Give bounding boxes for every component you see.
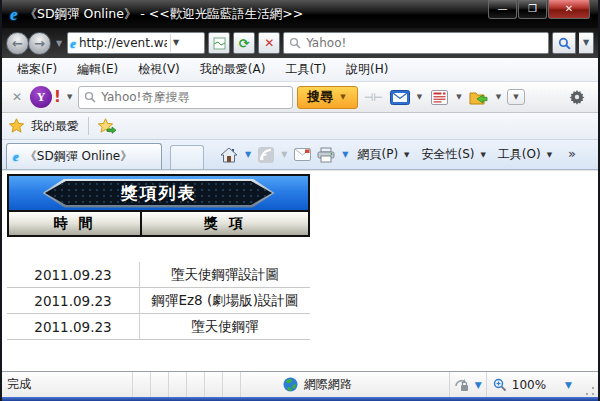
print-dropdown-icon[interactable]: ▼ bbox=[339, 150, 351, 159]
security-zone: 網際網路 bbox=[240, 372, 449, 397]
new-tab-button[interactable] bbox=[170, 145, 204, 169]
search-button-dropdown-icon[interactable]: ▼ bbox=[338, 93, 347, 101]
page-menu-label: 網頁(P) bbox=[357, 146, 398, 163]
yahoo-search-input[interactable] bbox=[101, 90, 287, 104]
read-mail-button[interactable] bbox=[292, 148, 313, 161]
window-controls: — ❐ ✕ bbox=[487, 0, 590, 19]
command-bar: ▼ ▼ ▼ 網頁(P) ▼ 安全性(S) ▼ 工具(O) ▼ bbox=[218, 140, 580, 169]
menu-help[interactable]: 說明(H) bbox=[337, 58, 397, 81]
print-button[interactable] bbox=[315, 147, 337, 163]
bookmarks-button[interactable] bbox=[468, 88, 490, 106]
menu-view[interactable]: 檢視(V) bbox=[129, 58, 189, 81]
menu-file[interactable]: 檔案(F) bbox=[8, 58, 66, 81]
menu-edit[interactable]: 編輯(E) bbox=[68, 58, 127, 81]
home-icon bbox=[220, 147, 238, 163]
address-input[interactable] bbox=[79, 36, 167, 50]
close-button[interactable]: ✕ bbox=[548, 0, 590, 19]
tools-menu-dropdown-icon: ▼ bbox=[545, 151, 554, 159]
address-bar[interactable]: e ▼ bbox=[67, 32, 205, 54]
toolbar-settings-button[interactable] bbox=[566, 88, 588, 106]
compatibility-view-button[interactable] bbox=[208, 32, 230, 54]
award-table-body: 2011.09.23 墮天使鋼彈設計圖 2011.09.23 鋼彈Ez8 (劇場… bbox=[7, 262, 310, 340]
menu-favorites[interactable]: 我的最愛(A) bbox=[191, 58, 275, 81]
home-dropdown-icon[interactable]: ▼ bbox=[242, 150, 254, 159]
yahoo-search-box[interactable] bbox=[78, 86, 293, 109]
feeds-dropdown-icon[interactable]: ▼ bbox=[278, 150, 290, 159]
gear-icon bbox=[569, 89, 585, 105]
news-dropdown-icon[interactable]: ▼ bbox=[454, 93, 463, 101]
navigation-bar: ← → ▼ e ▼ ⟳ ✕ ▼ bbox=[2, 28, 598, 58]
zoom-in-icon bbox=[493, 378, 507, 392]
tab-bar: e 《SD鋼彈 Online》 ▼ ▼ ▼ 網頁(P) ▼ bbox=[2, 140, 598, 170]
search-go-button[interactable] bbox=[552, 32, 576, 54]
news-icon bbox=[431, 90, 448, 105]
forward-button[interactable]: → bbox=[28, 32, 51, 55]
table-header-award: 獎 項 bbox=[142, 212, 308, 235]
mail-icon bbox=[390, 90, 410, 105]
folder-share-icon bbox=[469, 90, 488, 105]
news-button[interactable] bbox=[428, 88, 450, 106]
page-favicon-icon: e bbox=[70, 37, 76, 50]
protected-mode-dropdown-icon[interactable]: ▼ bbox=[475, 380, 482, 390]
tools-menu-button[interactable]: 工具(O) ▼ bbox=[494, 146, 558, 163]
refresh-button[interactable]: ⟳ bbox=[233, 32, 255, 54]
protected-mode-icon bbox=[454, 378, 469, 392]
maximize-button[interactable]: ❐ bbox=[518, 0, 547, 19]
window-bottom-border bbox=[2, 397, 598, 401]
mail-button[interactable] bbox=[389, 88, 411, 106]
browser-window: e 《SD鋼彈 Online》 - <<歡迎光臨藍語生活網>> — ❐ ✕ ← … bbox=[0, 0, 600, 401]
tab-sd-gundam[interactable]: e 《SD鋼彈 Online》 bbox=[6, 143, 162, 169]
status-segment bbox=[132, 372, 150, 397]
home-button[interactable] bbox=[218, 147, 240, 163]
banner-title: 獎項列表 bbox=[121, 182, 197, 205]
cell-time: 2011.09.23 bbox=[7, 314, 140, 339]
award-list-panel: 獎項列表 時 間 獎 項 bbox=[7, 174, 310, 237]
resize-grip[interactable] bbox=[584, 385, 596, 397]
status-segment bbox=[150, 372, 168, 397]
safety-menu-label: 安全性(S) bbox=[421, 146, 474, 163]
bookmarks-dropdown-icon[interactable]: ▼ bbox=[494, 93, 503, 101]
menu-tools[interactable]: 工具(T) bbox=[276, 58, 335, 81]
toolbar-overflow-dropdown[interactable]: ▼ bbox=[507, 89, 525, 105]
favorites-button-label[interactable]: 我的最愛 bbox=[31, 118, 79, 135]
page-menu-button[interactable]: 網頁(P) ▼ bbox=[353, 146, 415, 163]
menu-bar: 檔案(F) 編輯(E) 檢視(V) 我的最愛(A) 工具(T) 說明(H) bbox=[2, 58, 598, 82]
yahoo-menu-dropdown-icon[interactable]: ▼ bbox=[65, 93, 74, 101]
address-dropdown-icon[interactable]: ▼ bbox=[170, 34, 181, 52]
table-header-time: 時 間 bbox=[9, 212, 142, 235]
yahoo-toolbar: ✕ Y ! ▼ 搜尋 ▼ ⊣⊢ ▼ ▼ ▼ ▼ bbox=[2, 82, 598, 113]
instant-search-box[interactable] bbox=[283, 32, 549, 54]
yahoo-search-button[interactable]: 搜尋 ▼ bbox=[297, 86, 357, 109]
yahoo-search-button-label: 搜尋 bbox=[307, 88, 333, 106]
printer-icon bbox=[317, 147, 335, 163]
add-favorite-icon[interactable] bbox=[98, 118, 116, 134]
minimize-button[interactable]: — bbox=[488, 0, 517, 19]
title-bar: e 《SD鋼彈 Online》 - <<歡迎光臨藍語生活網>> — ❐ ✕ bbox=[2, 0, 598, 28]
zoom-dropdown-icon[interactable]: ▼ bbox=[565, 380, 572, 390]
zoom-level-label: 100% bbox=[512, 378, 546, 392]
command-bar-overflow[interactable]: » bbox=[562, 146, 580, 163]
ie-logo-icon: e bbox=[10, 6, 18, 23]
yahoo-logo-icon[interactable]: Y bbox=[30, 86, 52, 108]
history-dropdown-icon[interactable]: ▼ bbox=[54, 39, 64, 48]
safety-menu-button[interactable]: 安全性(S) ▼ bbox=[417, 146, 491, 163]
banner-badge: 獎項列表 bbox=[43, 179, 275, 208]
toolbar-resize-handle[interactable]: ⊣⊢ bbox=[362, 91, 385, 104]
cell-time: 2011.09.23 bbox=[7, 262, 140, 287]
protected-mode-area[interactable]: ▼ bbox=[449, 372, 486, 397]
search-input[interactable] bbox=[306, 36, 543, 50]
toolbar-close-icon[interactable]: ✕ bbox=[8, 90, 26, 104]
yahoo-logo-bang: ! bbox=[54, 88, 61, 106]
stop-button[interactable]: ✕ bbox=[258, 32, 280, 54]
favorites-star-icon[interactable] bbox=[8, 118, 25, 134]
zoom-control[interactable]: 100% ▼ bbox=[486, 372, 578, 397]
search-icon bbox=[558, 37, 571, 50]
search-options-dropdown[interactable]: ▼ bbox=[579, 32, 594, 54]
feeds-button[interactable] bbox=[256, 147, 276, 163]
broken-page-icon bbox=[213, 37, 226, 50]
table-row: 2011.09.23 鋼彈Ez8 (劇場版)設計圖 bbox=[7, 288, 310, 314]
back-button[interactable]: ← bbox=[6, 32, 29, 55]
window-title: 《SD鋼彈 Online》 - <<歡迎光臨藍語生活網>> bbox=[25, 6, 304, 23]
mail-dropdown-icon[interactable]: ▼ bbox=[415, 93, 424, 101]
table-header-row: 時 間 獎 項 bbox=[9, 210, 308, 235]
